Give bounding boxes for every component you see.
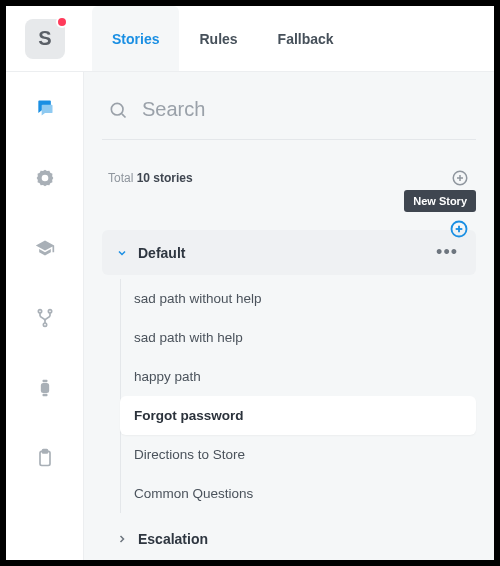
search-row [102, 94, 476, 140]
rail-item-branches[interactable] [25, 298, 65, 338]
watch-icon [35, 378, 55, 398]
search-input[interactable] [142, 98, 470, 121]
logo-letter: S [38, 27, 51, 50]
plus-circle-icon [451, 169, 469, 187]
story-item[interactable]: sad path without help [120, 279, 476, 318]
rail-item-watch[interactable] [25, 368, 65, 408]
tab-label: Stories [112, 31, 159, 47]
group-more-button[interactable]: ••• [432, 242, 462, 263]
rail-item-training[interactable] [25, 158, 65, 198]
main-panel: Total 10 stories New Story [84, 72, 494, 560]
gear-badge-icon [35, 168, 55, 188]
app-window: S Stories Rules Fallback [6, 6, 494, 560]
new-story-tooltip: New Story [404, 190, 476, 212]
add-group-button[interactable] [450, 168, 470, 188]
chevron-down-icon [116, 247, 128, 259]
story-title: sad path without help [134, 291, 262, 306]
group-header-left: Default [116, 245, 185, 261]
tooltip-label: New Story [413, 195, 467, 207]
total-row: Total 10 stories New Story [108, 168, 470, 188]
total-text: Total 10 stories [108, 171, 193, 185]
tab-rules[interactable]: Rules [179, 6, 257, 71]
group-header-escalation[interactable]: Escalation [102, 519, 476, 559]
tab-label: Rules [199, 31, 237, 47]
story-item[interactable]: happy path [120, 357, 476, 396]
tabs: Stories Rules Fallback [84, 6, 354, 71]
group-title: Default [138, 245, 185, 261]
svg-point-1 [48, 310, 51, 313]
rail-item-conversations[interactable] [25, 88, 65, 128]
body: Total 10 stories New Story [6, 72, 494, 560]
chevron-right-icon [116, 533, 128, 545]
search-icon [108, 100, 128, 120]
story-list-default: sad path without help sad path with help… [120, 279, 476, 513]
svg-rect-7 [42, 450, 47, 453]
rail-item-clipboard[interactable] [25, 438, 65, 478]
new-story-tooltip-wrap: New Story [404, 190, 476, 240]
clipboard-icon [35, 448, 55, 468]
total-prefix: Total [108, 171, 137, 185]
chat-icon [35, 98, 55, 118]
tab-stories[interactable]: Stories [92, 6, 179, 71]
svg-point-2 [43, 323, 46, 326]
svg-line-9 [122, 113, 126, 117]
app-logo[interactable]: S [25, 19, 65, 59]
group-header-left: Escalation [116, 531, 208, 547]
rail-item-education[interactable] [25, 228, 65, 268]
svg-rect-5 [42, 394, 47, 397]
story-title: Directions to Store [134, 447, 245, 462]
story-item[interactable]: Common Questions [120, 474, 476, 513]
logo-wrap: S [6, 19, 84, 59]
story-item[interactable]: sad path with help [120, 318, 476, 357]
svg-point-0 [38, 310, 41, 313]
graduation-cap-icon [35, 238, 55, 258]
add-story-button[interactable] [448, 218, 470, 240]
story-title: Common Questions [134, 486, 253, 501]
topbar: S Stories Rules Fallback [6, 6, 494, 72]
story-title: sad path with help [134, 330, 243, 345]
story-title: happy path [134, 369, 201, 384]
group-title: Escalation [138, 531, 208, 547]
story-item[interactable]: Directions to Store [120, 435, 476, 474]
sidebar-rail [6, 72, 84, 560]
tab-fallback[interactable]: Fallback [258, 6, 354, 71]
svg-point-8 [111, 103, 123, 115]
fork-icon [35, 308, 55, 328]
tab-label: Fallback [278, 31, 334, 47]
svg-rect-4 [42, 380, 47, 383]
svg-rect-3 [40, 383, 48, 393]
plus-circle-icon [449, 219, 469, 239]
story-title: Forgot password [134, 408, 244, 423]
notification-dot-icon [56, 16, 68, 28]
total-count: 10 stories [137, 171, 193, 185]
story-item[interactable]: Forgot password [120, 396, 476, 435]
